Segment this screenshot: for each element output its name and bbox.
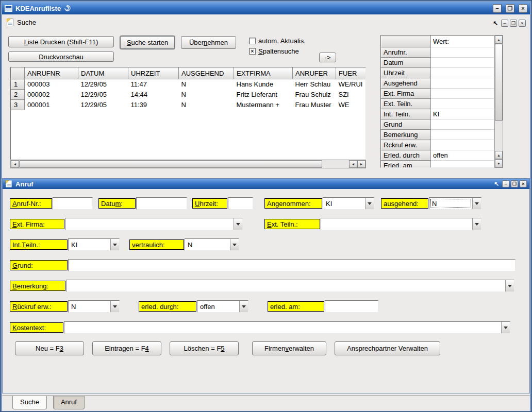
dropdown-arrow-icon[interactable] xyxy=(110,239,119,250)
scroll-down-icon[interactable]: ▼ xyxy=(495,159,503,167)
filter-row[interactable]: Ext. Teiln. xyxy=(381,99,494,109)
dropdown-arrow-icon[interactable] xyxy=(230,239,239,250)
undock-icon[interactable]: ↖ xyxy=(494,180,499,187)
tab-suche[interactable]: Suche xyxy=(12,396,47,409)
table-row[interactable]: 2 000002 12/29/05 14:44 N Fritz Lieferan… xyxy=(11,90,367,100)
filter-value[interactable] xyxy=(431,161,494,168)
erled-durch-combobox[interactable]: offen xyxy=(197,300,248,313)
loeschen-button[interactable]: Löschen = F5 xyxy=(170,341,239,355)
angenommen-combobox[interactable]: KI xyxy=(323,197,374,210)
hscroll-thumb[interactable] xyxy=(19,160,322,168)
col-anrufer[interactable]: ANRUFER xyxy=(293,68,336,79)
filter-value[interactable]: offen xyxy=(431,150,494,161)
vertraulich-combobox[interactable]: N xyxy=(185,238,239,251)
close-button[interactable]: × xyxy=(519,4,527,13)
anruf-restore-button[interactable]: ❐ xyxy=(511,180,518,187)
neu-button[interactable]: Neu = F3 xyxy=(15,341,84,355)
spaltensuche-checkbox[interactable]: × Spaltensuche xyxy=(249,47,299,55)
filter-value[interactable] xyxy=(431,47,494,58)
autom-aktualis-checkbox[interactable]: autom. Aktualis. xyxy=(249,37,306,45)
dropdown-arrow-icon[interactable] xyxy=(234,218,242,230)
dropdown-arrow-icon[interactable] xyxy=(472,218,481,230)
filter-row[interactable]: Bemerkung xyxy=(381,130,494,140)
undock-icon[interactable]: ↖ xyxy=(493,20,498,27)
grund-input[interactable] xyxy=(68,259,516,271)
kostentext-combobox[interactable] xyxy=(64,321,510,334)
col-anrufnr[interactable]: ANRUFNR xyxy=(25,68,78,79)
erled-am-input[interactable] xyxy=(325,300,378,313)
suche-minimize-button[interactable]: – xyxy=(501,20,508,27)
tab-anruf[interactable]: Anruf xyxy=(53,396,85,409)
anruf-close-button[interactable]: × xyxy=(520,180,527,187)
scroll-up-icon[interactable]: ▲ xyxy=(495,151,503,159)
anruf-nr-input[interactable] xyxy=(53,197,93,210)
anruf-titlebar[interactable]: Anruf ↖ – ❐ × xyxy=(3,179,529,189)
scroll-up-icon[interactable]: ▲ xyxy=(495,36,503,44)
col-datum[interactable]: DATUM xyxy=(78,68,128,79)
col-ausgehend[interactable]: AUSGEHEND xyxy=(179,68,234,79)
druckvorschau-button[interactable]: Druckvorschau xyxy=(8,52,114,62)
scroll-left-icon[interactable]: ◄ xyxy=(11,160,19,168)
col-extfirma[interactable]: EXTFIRMA xyxy=(234,68,293,79)
filter-value[interactable] xyxy=(431,140,494,150)
suche-restore-button[interactable]: ❐ xyxy=(510,20,517,27)
int-teiln-combobox[interactable]: KI xyxy=(68,238,120,251)
filter-value[interactable] xyxy=(431,119,494,130)
ext-firma-combobox[interactable] xyxy=(65,218,243,230)
anruf-minimize-button[interactable]: – xyxy=(502,180,509,187)
bemerkung-combobox[interactable] xyxy=(66,280,514,292)
datum-input[interactable] xyxy=(136,197,187,210)
vscroll-thumb[interactable] xyxy=(495,44,503,121)
filter-row[interactable]: Erled. am xyxy=(381,161,494,168)
col-fuer[interactable]: FUER xyxy=(336,68,367,79)
hscroll-track[interactable] xyxy=(322,160,349,168)
scroll-left-icon[interactable]: ◄ xyxy=(349,160,357,168)
checkbox-box[interactable] xyxy=(249,38,256,44)
filter-panel[interactable]: Wert: Anrufnr. Datum Uhrzeit xyxy=(380,35,494,168)
col-uhrzeit[interactable]: UHRZEIT xyxy=(128,68,179,79)
filter-row[interactable]: Int. Teiln. KI xyxy=(381,109,494,119)
filter-row[interactable]: Rckruf erw. xyxy=(381,140,494,150)
scroll-right-icon[interactable]: ► xyxy=(357,160,365,168)
dropdown-arrow-icon[interactable] xyxy=(501,322,510,333)
filter-value[interactable] xyxy=(431,68,494,78)
filter-value[interactable] xyxy=(431,78,494,89)
liste-drucken-button[interactable]: Liste Drucken (Shift-F11) xyxy=(8,36,114,47)
dropdown-arrow-icon[interactable] xyxy=(110,301,119,312)
filter-row[interactable]: Grund xyxy=(381,119,494,130)
filter-value[interactable]: KI xyxy=(431,109,494,119)
ausgehend-combobox[interactable]: N xyxy=(429,197,481,210)
dropdown-arrow-icon[interactable] xyxy=(239,301,248,312)
filter-row[interactable]: Erled. durch offen xyxy=(381,150,494,161)
filter-row[interactable]: Ausgehend xyxy=(381,78,494,89)
ext-teiln-combobox[interactable] xyxy=(321,218,481,230)
maximize-button[interactable]: ❐ xyxy=(506,4,514,13)
ansprechpartner-verwalten-button[interactable]: Ansprechpartner Verwalten xyxy=(335,341,440,355)
filter-value[interactable] xyxy=(431,99,494,109)
filter-row[interactable]: Ext. Firma xyxy=(381,89,494,99)
rueckruf-erw-combobox[interactable]: N xyxy=(68,300,120,313)
table-row[interactable]: 3 000001 12/29/05 11:39 N Mustermann + F… xyxy=(11,100,367,110)
minimize-button[interactable]: – xyxy=(493,4,502,13)
vscroll-track[interactable] xyxy=(495,121,503,151)
row-number-header[interactable] xyxy=(11,68,25,79)
dropdown-arrow-icon[interactable] xyxy=(505,280,514,291)
checkbox-box-checked[interactable]: × xyxy=(249,48,256,55)
suche-starten-button[interactable]: Suche starten xyxy=(120,36,175,49)
firmen-verwalten-button[interactable]: Firmen verwalten xyxy=(252,341,326,355)
suche-close-button[interactable]: × xyxy=(519,20,526,27)
transfer-button[interactable]: -> xyxy=(319,53,336,62)
titlebar[interactable]: KDEAnrufliste – ❐ × xyxy=(2,2,530,14)
call-list[interactable]: ANRUFNR DATUM UHRZEIT AUSGEHEND EXTFIRMA… xyxy=(10,67,366,160)
filter-row[interactable]: Anrufnr. xyxy=(381,47,494,58)
uebernehmen-button[interactable]: Übernehmen xyxy=(181,36,236,49)
filter-value[interactable] xyxy=(431,130,494,140)
uhrzeit-input[interactable] xyxy=(228,197,253,210)
filter-row[interactable]: Datum xyxy=(381,58,494,68)
dropdown-arrow-icon[interactable] xyxy=(365,198,374,209)
filter-value[interactable] xyxy=(431,89,494,99)
table-hscrollbar[interactable]: ◄ ◄ ► xyxy=(10,160,366,168)
dropdown-arrow-icon[interactable] xyxy=(472,198,481,209)
eintragen-button[interactable]: Eintragen = F4 xyxy=(92,341,161,355)
filter-row[interactable]: Uhrzeit xyxy=(381,68,494,78)
